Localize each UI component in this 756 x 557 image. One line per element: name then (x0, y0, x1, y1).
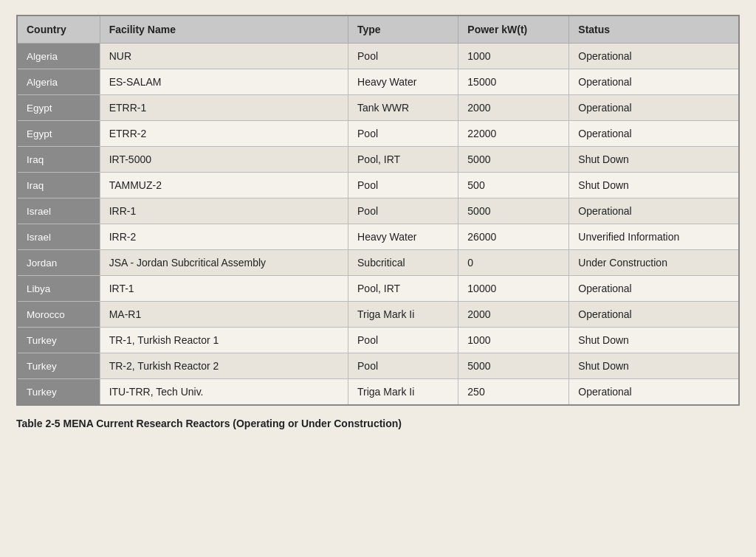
cell-type: Pool (348, 198, 458, 224)
table-row: TurkeyITU-TRR, Tech Univ.Triga Mark Ii25… (17, 379, 739, 406)
cell-type: Pool (348, 44, 458, 69)
header-power: Power kW(t) (458, 15, 569, 44)
cell-facility: MA-R1 (100, 302, 348, 328)
cell-power: 10000 (458, 276, 569, 302)
cell-facility: TAMMUZ-2 (100, 173, 348, 198)
cell-facility: IRT-5000 (100, 147, 348, 173)
cell-country: Algeria (17, 44, 100, 69)
cell-country: Iraq (17, 147, 100, 173)
cell-power: 26000 (458, 224, 569, 250)
cell-type: Pool (348, 173, 458, 198)
table-row: LibyaIRT-1Pool, IRT10000Operational (17, 276, 739, 302)
cell-facility: IRR-2 (100, 224, 348, 250)
cell-country: Algeria (17, 69, 100, 95)
table-row: AlgeriaES-SALAMHeavy Water15000Operation… (17, 69, 739, 95)
cell-power: 500 (458, 173, 569, 198)
cell-country: Egypt (17, 95, 100, 121)
cell-country: Egypt (17, 121, 100, 147)
cell-power: 22000 (458, 121, 569, 147)
cell-status: Operational (569, 121, 739, 147)
cell-power: 1000 (458, 328, 569, 353)
cell-status: Operational (569, 95, 739, 121)
cell-country: Jordan (17, 250, 100, 276)
cell-status: Operational (569, 44, 739, 69)
table-row: IraqIRT-5000Pool, IRT5000Shut Down (17, 147, 739, 173)
cell-status: Operational (569, 302, 739, 328)
cell-power: 5000 (458, 353, 569, 379)
cell-country: Morocco (17, 302, 100, 328)
cell-status: Under Construction (569, 250, 739, 276)
cell-status: Shut Down (569, 353, 739, 379)
cell-facility: IRT-1 (100, 276, 348, 302)
cell-status: Operational (569, 276, 739, 302)
cell-type: Heavy Water (348, 69, 458, 95)
table-header-row: Country Facility Name Type Power kW(t) S… (17, 15, 739, 44)
cell-type: Triga Mark Ii (348, 379, 458, 406)
cell-status: Shut Down (569, 173, 739, 198)
cell-type: Pool (348, 121, 458, 147)
cell-type: Subcritical (348, 250, 458, 276)
cell-type: Triga Mark Ii (348, 302, 458, 328)
cell-status: Unverified Information (569, 224, 739, 250)
cell-facility: ETRR-1 (100, 95, 348, 121)
table-row: IsraelIRR-1Pool5000Operational (17, 198, 739, 224)
cell-country: Turkey (17, 353, 100, 379)
table-row: EgyptETRR-2Pool22000Operational (17, 121, 739, 147)
cell-facility: ETRR-2 (100, 121, 348, 147)
table-row: AlgeriaNURPool1000Operational (17, 44, 739, 69)
cell-status: Shut Down (569, 147, 739, 173)
cell-country: Israel (17, 224, 100, 250)
cell-status: Operational (569, 198, 739, 224)
table-row: TurkeyTR-1, Turkish Reactor 1Pool1000Shu… (17, 328, 739, 353)
page-wrapper: Country Facility Name Type Power kW(t) S… (16, 15, 740, 429)
header-country: Country (17, 15, 100, 44)
cell-power: 5000 (458, 198, 569, 224)
cell-facility: NUR (100, 44, 348, 69)
header-type: Type (348, 15, 458, 44)
cell-power: 5000 (458, 147, 569, 173)
table-row: MoroccoMA-R1Triga Mark Ii2000Operational (17, 302, 739, 328)
cell-facility: TR-2, Turkish Reactor 2 (100, 353, 348, 379)
cell-type: Heavy Water (348, 224, 458, 250)
cell-power: 0 (458, 250, 569, 276)
table-row: JordanJSA - Jordan Subcritical AssemblyS… (17, 250, 739, 276)
cell-type: Pool (348, 328, 458, 353)
table-row: EgyptETRR-1Tank WWR2000Operational (17, 95, 739, 121)
header-facility: Facility Name (100, 15, 348, 44)
cell-type: Tank WWR (348, 95, 458, 121)
cell-facility: TR-1, Turkish Reactor 1 (100, 328, 348, 353)
cell-country: Turkey (17, 328, 100, 353)
cell-country: Turkey (17, 379, 100, 406)
cell-status: Shut Down (569, 328, 739, 353)
cell-facility: IRR-1 (100, 198, 348, 224)
cell-status: Operational (569, 69, 739, 95)
cell-type: Pool (348, 353, 458, 379)
cell-status: Operational (569, 379, 739, 406)
table-row: IsraelIRR-2Heavy Water26000Unverified In… (17, 224, 739, 250)
cell-country: Libya (17, 276, 100, 302)
table-caption: Table 2-5 MENA Current Research Reactors… (16, 418, 740, 429)
cell-country: Israel (17, 198, 100, 224)
cell-power: 1000 (458, 44, 569, 69)
cell-facility: JSA - Jordan Subcritical Assembly (100, 250, 348, 276)
cell-power: 15000 (458, 69, 569, 95)
table-row: TurkeyTR-2, Turkish Reactor 2Pool5000Shu… (17, 353, 739, 379)
cell-type: Pool, IRT (348, 147, 458, 173)
cell-country: Iraq (17, 173, 100, 198)
cell-power: 2000 (458, 302, 569, 328)
cell-type: Pool, IRT (348, 276, 458, 302)
cell-facility: ITU-TRR, Tech Univ. (100, 379, 348, 406)
header-status: Status (569, 15, 739, 44)
table-row: IraqTAMMUZ-2Pool500Shut Down (17, 173, 739, 198)
reactors-table: Country Facility Name Type Power kW(t) S… (16, 15, 740, 406)
cell-power: 250 (458, 379, 569, 406)
cell-power: 2000 (458, 95, 569, 121)
cell-facility: ES-SALAM (100, 69, 348, 95)
